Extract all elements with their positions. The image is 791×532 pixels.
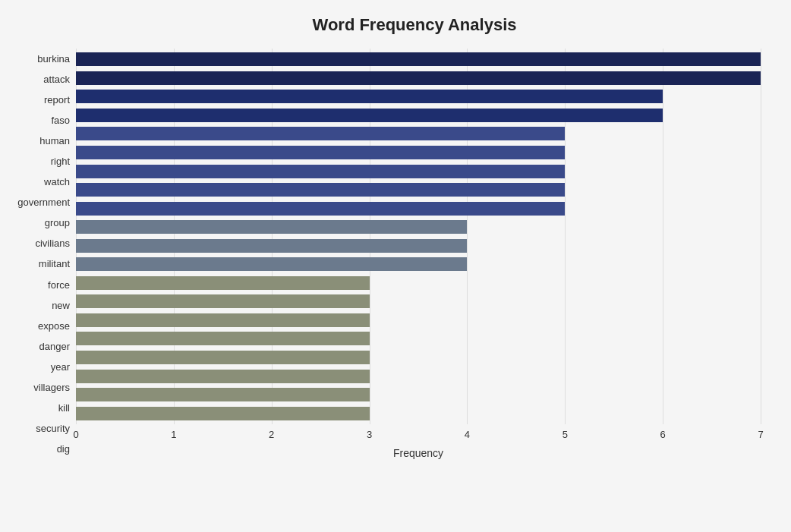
chart-area: burkinaattackreportfasohumanrightwatchgo…: [8, 49, 761, 459]
y-label: attack: [8, 70, 70, 90]
bar: [76, 388, 370, 401]
x-tick-label: 1: [171, 429, 176, 440]
x-axis-labels: 01234567: [76, 429, 761, 444]
x-tick-label: 0: [73, 429, 78, 440]
y-label: kill: [8, 398, 70, 417]
y-label: force: [8, 275, 70, 294]
bar: [76, 90, 663, 103]
bar-row: [76, 200, 761, 216]
bar: [76, 183, 565, 197]
bar-row: [76, 313, 761, 329]
y-label: report: [8, 90, 70, 110]
bar: [76, 146, 565, 159]
bar-row: [76, 275, 761, 291]
bar-row: [76, 163, 761, 179]
x-axis-title: Frequency: [76, 447, 761, 459]
bars-section: 01234567 Frequency: [76, 49, 761, 459]
bar: [76, 71, 761, 85]
bar-row: [76, 108, 761, 124]
y-label: villagers: [8, 377, 70, 397]
bar: [76, 220, 467, 234]
x-tick-label: 4: [465, 429, 470, 440]
y-label: human: [8, 131, 70, 151]
chart-title: Word Frequency Analysis: [8, 15, 761, 35]
chart-container: Word Frequency Analysis burkinaattackrep…: [0, 0, 791, 532]
bar-row: [76, 294, 761, 310]
bar: [76, 294, 370, 308]
y-label: dig: [8, 439, 70, 458]
bar-row: [76, 52, 761, 68]
y-label: right: [8, 152, 70, 172]
bar: [76, 351, 370, 364]
grid-and-bars: [76, 49, 761, 424]
y-label: new: [8, 295, 70, 315]
x-tick-label: 5: [563, 429, 568, 440]
bars-column: [76, 49, 761, 424]
bar: [76, 276, 370, 290]
bar: [76, 332, 370, 345]
grid-line: [761, 49, 761, 424]
bar: [76, 370, 370, 383]
bar: [76, 109, 663, 122]
bar-row: [76, 238, 761, 253]
y-axis-labels: burkinaattackreportfasohumanrightwatchgo…: [8, 49, 76, 459]
y-label: security: [8, 418, 70, 438]
y-label: burkina: [8, 49, 70, 69]
bar-row: [76, 89, 761, 105]
bar-row: [76, 182, 761, 198]
x-tick-label: 3: [367, 429, 372, 440]
bar-row: [76, 387, 761, 403]
y-label: expose: [8, 316, 70, 335]
bar-row: [76, 126, 761, 142]
bar: [76, 52, 761, 66]
bar-row: [76, 331, 761, 347]
y-label: government: [8, 193, 70, 212]
bar: [76, 313, 370, 327]
bar: [76, 239, 467, 253]
y-label: militant: [8, 254, 70, 274]
bar-row: [76, 71, 761, 87]
bar-row: [76, 368, 761, 384]
x-tick-label: 2: [269, 429, 274, 440]
bar-row: [76, 219, 761, 235]
y-label: civilians: [8, 234, 70, 253]
x-tick-label: 7: [758, 429, 763, 440]
bar-row: [76, 350, 761, 366]
y-label: group: [8, 213, 70, 233]
y-label: watch: [8, 172, 70, 192]
y-label: year: [8, 357, 70, 376]
y-label: danger: [8, 336, 70, 356]
bar: [76, 407, 370, 420]
bar-row: [76, 405, 761, 421]
bar-row: [76, 257, 761, 272]
bar: [76, 165, 565, 178]
bar-row: [76, 145, 761, 161]
bar: [76, 127, 565, 140]
x-tick-label: 6: [660, 429, 666, 440]
y-label: faso: [8, 111, 70, 131]
bar: [76, 202, 565, 216]
bar: [76, 257, 467, 271]
